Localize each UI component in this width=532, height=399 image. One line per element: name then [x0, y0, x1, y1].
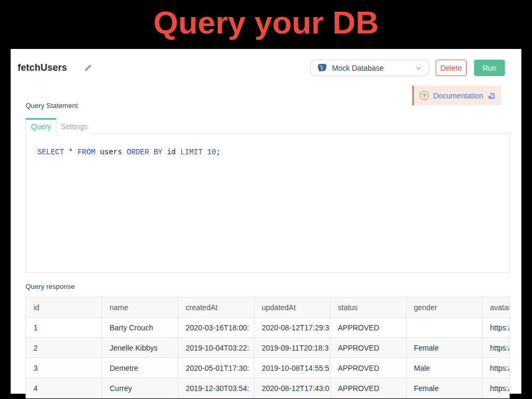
table-cell: [406, 318, 483, 338]
pencil-icon[interactable]: [83, 63, 93, 73]
table-cell: https://: [483, 338, 510, 358]
query-response-table: idnamecreatedAtupdatedAtstatusgenderavat…: [26, 297, 510, 398]
delete-button[interactable]: Delete: [436, 60, 467, 76]
table-cell: Female: [406, 378, 483, 398]
sql-token: users: [95, 148, 127, 156]
table-cell: Currey: [102, 378, 178, 398]
table-cell: https://: [483, 378, 510, 398]
sql-token: LIMIT: [180, 148, 203, 156]
table-cell: APPROVED: [330, 358, 406, 378]
table-cell: APPROVED: [330, 318, 406, 338]
table-cell: Female: [406, 338, 483, 358]
column-header-gender: gender: [406, 297, 483, 318]
sql-token: *: [64, 148, 77, 156]
postgresql-icon: [317, 63, 327, 73]
table-cell: 3: [26, 358, 102, 378]
table-cell: Jenelle Kibbys: [102, 338, 178, 358]
sql-token: id: [162, 148, 180, 156]
table-cell: 1: [26, 318, 102, 338]
sql-token: SELECT: [37, 148, 64, 156]
table-cell: 2019-10-04T03:22:: [178, 338, 254, 358]
table-cell: https://: [483, 358, 510, 378]
doc-import-icon: [487, 92, 495, 99]
tab-settings[interactable]: Settings: [56, 118, 92, 134]
table-cell: https://: [483, 318, 510, 338]
table-cell: APPROVED: [330, 338, 406, 358]
tab-query[interactable]: Query: [26, 118, 56, 134]
sql-token: ;: [216, 148, 220, 156]
table-row: 1Barty Crouch2020-03-16T18:00:2020-08-12…: [26, 318, 510, 338]
table-cell: 2019-12-30T03:54:: [178, 378, 254, 398]
column-header-name: name: [102, 297, 178, 318]
table-row: 2Jenelle Kibbys2019-10-04T03:22:2019-09-…: [26, 338, 510, 358]
run-button[interactable]: Run: [474, 60, 505, 76]
sql-token: FROM: [78, 148, 96, 156]
chevron-down-icon: [415, 64, 422, 72]
table-cell: Male: [406, 358, 483, 378]
slide-title: Query your DB: [0, 4, 532, 41]
table-cell: 2020-08-12T17:29:3: [254, 318, 330, 338]
table-cell: 2019-10-08T14:55:5: [254, 358, 330, 378]
query-response-label: Query response: [26, 282, 75, 290]
table-row: 3Demetre2020-05-01T17:30:2019-10-08T14:5…: [26, 358, 510, 378]
query-statement-label: Query Statement: [26, 102, 78, 110]
table-cell: APPROVED: [330, 378, 406, 398]
datasource-select[interactable]: Mock Database: [310, 60, 429, 76]
documentation-link[interactable]: Documentation: [433, 92, 483, 100]
question-circle-icon: ?: [420, 91, 429, 100]
table-header-row: idnamecreatedAtupdatedAtstatusgenderavat…: [26, 297, 510, 318]
documentation-banner[interactable]: ? Documentation: [412, 86, 501, 105]
column-header-status: status: [330, 297, 406, 318]
sql-token: 10: [203, 148, 216, 156]
table-cell: Barty Crouch: [102, 318, 178, 338]
table-cell: 2020-03-16T18:00:: [178, 318, 254, 338]
table-row: 4Currey2019-12-30T03:54:2020-08-12T17:43…: [26, 378, 510, 398]
column-header-id: id: [26, 297, 102, 318]
table-cell: 4: [26, 378, 102, 398]
column-header-createdAt: createdAt: [178, 297, 254, 318]
table-cell: 2020-08-12T17:43:0: [254, 378, 330, 398]
table-cell: 2: [26, 338, 102, 358]
column-header-updatedAt: updatedAt: [254, 297, 330, 318]
sql-code-line[interactable]: SELECT * FROM users ORDER BY id LIMIT 10…: [37, 148, 221, 156]
sql-token: ORDER BY: [127, 148, 162, 156]
table-cell: 2019-09-11T20:18:3: [254, 338, 330, 358]
table-cell: 2020-05-01T17:30:: [178, 358, 254, 378]
column-header-avatar: avatar: [483, 297, 510, 318]
table-cell: Demetre: [102, 358, 178, 378]
query-name-title: fetchUsers: [18, 62, 67, 73]
datasource-selected-value: Mock Database: [332, 64, 410, 72]
